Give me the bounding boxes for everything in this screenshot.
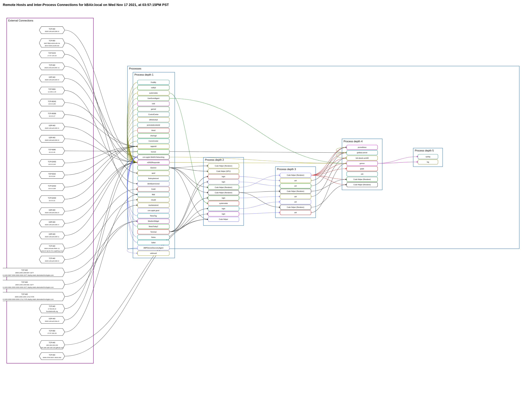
svg-text:gamed: gamed — [151, 108, 156, 110]
cluster-depth3-label: Process depth 3 — [277, 168, 296, 171]
svg-text:2620:149:a43:200::8: 2620:149:a43:200::8 — [45, 139, 59, 141]
host-h7[interactable] — [39, 111, 65, 118]
edge — [169, 93, 208, 203]
edge — [169, 182, 208, 232]
host-h11[interactable] — [39, 160, 65, 167]
svg-text:loki-darwin-arm64: loki-darwin-arm64 — [356, 157, 369, 159]
svg-text:10.0.0.144: 10.0.0.144 — [48, 163, 56, 165]
edge — [169, 98, 347, 163]
svg-text:2620:149:a43:206::6: 2620:149:a43:206::6 — [45, 30, 59, 32]
svg-text:10.0.0.150: 10.0.0.150 — [48, 103, 56, 105]
svg-text:Safari: Safari — [151, 242, 156, 243]
svg-text:2607:f8b0:4023:c0b::6c: 2607:f8b0:4023:c0b::6c — [44, 42, 60, 44]
svg-text:apsd: apsd — [152, 172, 155, 174]
svg-text:Notes: Notes — [151, 236, 156, 238]
svg-text:login: login — [222, 181, 225, 183]
svg-text:zsh: zsh — [294, 180, 297, 181]
edge — [65, 205, 138, 297]
host-h16[interactable] — [39, 220, 65, 227]
edge — [239, 177, 280, 180]
host-h8[interactable] — [39, 123, 65, 130]
svg-text:Terminal: Terminal — [150, 231, 156, 233]
host-h3[interactable] — [39, 63, 65, 70]
edge — [336, 147, 347, 153]
edge — [127, 157, 138, 237]
host-h5[interactable] — [39, 87, 65, 94]
host-h9[interactable] — [39, 135, 65, 142]
edge — [169, 168, 208, 219]
svg-text:TCP:5061: TCP:5061 — [48, 88, 56, 90]
svg-text:login: login — [222, 176, 225, 178]
svg-text:2620:149:a43:209::11: 2620:149:a43:209::11 — [44, 67, 60, 69]
svg-text:zsh: zsh — [294, 201, 297, 203]
cluster-depth4-label: Process depth 4 — [344, 140, 362, 143]
edge — [239, 175, 280, 187]
host-h19[interactable] — [39, 256, 65, 263]
svg-text:TCP:443: TCP:443 — [49, 258, 55, 259]
edge — [65, 221, 138, 284]
svg-text:TCP:443: TCP:443 — [49, 245, 55, 247]
svg-text:Code Helper (Renderer): Code Helper (Renderer) — [353, 184, 371, 186]
svg-text:com.apple.geod: com.apple.geod — [148, 210, 159, 211]
svg-text:sharingd: sharingd — [150, 135, 157, 137]
host-h25[interactable] — [39, 329, 65, 336]
edge — [65, 221, 138, 272]
svg-text:promotedcontentd: promotedcontentd — [147, 124, 160, 126]
host-h2[interactable] — [39, 51, 65, 58]
svg-text:foundationdb.org: foundationdb.org — [46, 310, 58, 312]
svg-text:2620:149:a43:200::5: 2620:149:a43:200::5 — [45, 79, 59, 80]
svg-text:Electron: Electron — [151, 167, 156, 169]
svg-text:g2600-1406-1400-0000-0000-0000: g2600-1406-1400-0000-0000-0000-17c2-747b… — [3, 298, 54, 300]
host-h15[interactable] — [39, 208, 65, 215]
svg-text:12.253.1.20: 12.253.1.20 — [48, 91, 56, 93]
svg-text:g2600-1406-1400-068c-0000-0000: g2600-1406-1400-068c-0000-0000-0000-3277… — [3, 286, 54, 288]
host-h10[interactable] — [39, 147, 65, 154]
svg-text:prometheus: prometheus — [358, 147, 366, 148]
svg-text:wifivelocityd: wifivelocityd — [149, 119, 158, 121]
svg-text:TCP:5223: TCP:5223 — [48, 52, 56, 54]
svg-text:TCP:49242: TCP:49242 — [48, 101, 56, 102]
svg-text:CommCenter: CommCenter — [149, 140, 158, 142]
svg-text:usscz2-vip-bx-011.aaplimg.com: usscz2-vip-bx-011.aaplimg.com — [41, 250, 63, 252]
svg-text:TCP:443: TCP:443 — [21, 293, 28, 295]
edge — [378, 157, 418, 163]
svg-text:Code Helper (Renderer): Code Helper (Renderer) — [215, 187, 232, 188]
svg-text:17.57.152.23: 17.57.152.23 — [47, 332, 57, 334]
edge — [65, 90, 138, 184]
svg-text:homed: homed — [151, 151, 156, 153]
edge — [169, 214, 208, 232]
svg-text:log: log — [427, 161, 429, 163]
host-h13[interactable] — [39, 184, 65, 191]
host-h27[interactable] — [39, 352, 65, 360]
svg-text:NewsToday2: NewsToday2 — [149, 226, 158, 227]
edge — [311, 158, 347, 175]
host-h24[interactable] — [39, 316, 65, 324]
edge — [169, 168, 208, 193]
edge — [127, 157, 138, 227]
svg-text:rapportd: rapportd — [151, 146, 157, 147]
svg-text:10.0.0.45: 10.0.0.45 — [49, 151, 55, 153]
edge — [169, 162, 347, 163]
svg-text:login: login — [222, 197, 225, 199]
svg-text:Code Helper (Renderer): Code Helper (Renderer) — [287, 190, 304, 192]
host-h0[interactable] — [39, 27, 65, 34]
svg-text:Mail: Mail — [152, 194, 155, 195]
svg-text:g2600-1406-1400-0687-0000-0000: g2600-1406-1400-0687-0000-0000-0000-3277… — [3, 274, 54, 276]
host-h14[interactable] — [39, 196, 65, 203]
host-h17[interactable] — [39, 232, 65, 239]
edge — [65, 162, 138, 320]
svg-text:10.0.0.64: 10.0.0.64 — [49, 175, 55, 177]
edge — [169, 157, 347, 163]
edge — [65, 194, 138, 332]
edge — [311, 175, 347, 185]
svg-text:NewsTag: NewsTag — [150, 215, 157, 217]
svg-text:zsh: zsh — [294, 196, 297, 198]
host-h12[interactable] — [39, 171, 65, 179]
svg-text:ControlCenter: ControlCenter — [148, 114, 159, 115]
svg-text:2600:1406:1400::17c2:747b: 2600:1406:1400::17c2:747b — [15, 296, 34, 298]
svg-text:Code Helper (Renderer): Code Helper (Renderer) — [215, 192, 232, 194]
host-h6[interactable] — [39, 99, 65, 106]
edge — [127, 125, 138, 162]
svg-text:TCP:443: TCP:443 — [49, 64, 55, 66]
host-h4[interactable] — [39, 75, 65, 82]
